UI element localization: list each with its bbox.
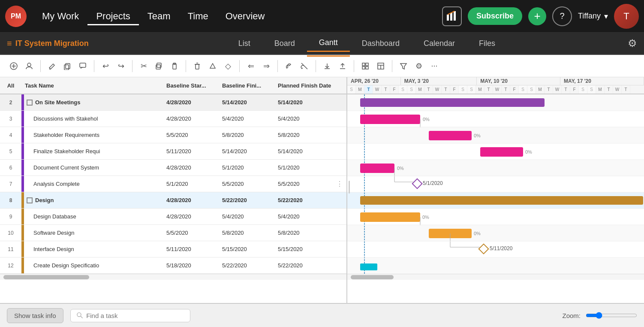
nav-projects[interactable]: Projects <box>87 7 138 25</box>
gantt-month-may3: MAY, 3 '20 <box>401 77 477 85</box>
table-row[interactable]: 8 Design 4/28/2020 5/22/2020 5/22/2020 <box>0 192 346 209</box>
gantt-settings-button[interactable]: ⚙ <box>412 59 426 73</box>
col-header-task[interactable]: Task Name <box>21 82 166 89</box>
svg-rect-47 <box>480 147 523 157</box>
project-name: IT System Migration <box>15 39 89 48</box>
table-row[interactable]: 5 Finalize Stakeholder Requi 5/11/2020 5… <box>0 143 346 160</box>
add-task-button[interactable] <box>7 59 21 73</box>
indent-left-button[interactable]: ⇐ <box>244 59 258 73</box>
svg-rect-55 <box>360 196 643 205</box>
app-logo[interactable]: PM <box>5 6 27 27</box>
subscribe-button[interactable]: Subscribe <box>468 7 522 25</box>
table-header: All Task Name Baseline Star... Baseline … <box>0 77 346 94</box>
svg-line-77 <box>81 316 83 318</box>
table-scroll-thumb[interactable] <box>3 275 89 279</box>
table-row[interactable]: 3 Discussions with Stakehol 4/28/2020 5/… <box>0 111 346 127</box>
delete-button[interactable] <box>190 59 204 73</box>
nav-links: My Work Projects Team Time Overview <box>33 7 442 25</box>
diamond-button[interactable]: ◇ <box>221 59 235 73</box>
table-row[interactable]: 10 Software Design 5/5/2020 5/8/2020 5/8… <box>0 225 346 241</box>
gantt-day: T <box>502 85 510 94</box>
add-person-button[interactable] <box>22 59 36 73</box>
table-button[interactable] <box>374 59 388 73</box>
gantt-header: APR, 26 '20 MAY, 3 '20 MAY, 10 '20 MAY, … <box>347 77 644 94</box>
svg-rect-49 <box>360 164 394 173</box>
top-nav: PM My Work Projects Team Time Overview S… <box>0 0 644 33</box>
svg-text:0%: 0% <box>422 215 429 220</box>
gantt-scrollbar[interactable] <box>347 274 644 280</box>
gantt-day: T <box>485 85 493 94</box>
indent-right-button[interactable]: ⇒ <box>259 59 273 73</box>
redo-button[interactable]: ↪ <box>114 59 128 73</box>
svg-text:5/11/2020: 5/11/2020 <box>490 245 513 251</box>
gantt-months: APR, 26 '20 MAY, 3 '20 MAY, 10 '20 MAY, … <box>347 77 644 85</box>
fill-button[interactable] <box>206 59 220 73</box>
help-button[interactable]: ? <box>552 6 572 26</box>
grid-button[interactable] <box>358 59 372 73</box>
duplicate-button[interactable] <box>152 59 166 73</box>
gantt-month-apr26: APR, 26 '20 <box>347 77 401 85</box>
nav-overview[interactable]: Overview <box>217 7 274 25</box>
table-row[interactable]: 2 On Site Meetings 4/28/2020 5/14/2020 5… <box>0 94 346 111</box>
svg-text:0%: 0% <box>397 166 404 171</box>
show-task-info-button[interactable]: Show task info <box>7 308 63 323</box>
table-row[interactable]: 7 Analysis Complete 5/1/2020 5/5/2020 5/… <box>0 176 346 192</box>
cut-button[interactable]: ✂ <box>137 59 150 73</box>
col-header-all[interactable]: All <box>0 82 21 89</box>
table-row[interactable]: 4 Stakeholder Requirements 5/5/2020 5/8/… <box>0 127 346 143</box>
paste-button[interactable] <box>168 59 181 73</box>
tab-dashboard[interactable]: Dashboard <box>350 36 412 51</box>
find-task-input[interactable] <box>86 312 184 319</box>
link-button[interactable] <box>282 59 296 73</box>
user-menu[interactable]: Tiffany ▾ <box>578 12 608 21</box>
settings-icon[interactable]: ⚙ <box>628 37 637 49</box>
tab-board[interactable]: Board <box>262 36 307 51</box>
nav-team[interactable]: Team <box>139 7 179 25</box>
analytics-icon[interactable] <box>442 6 462 26</box>
main-content: All Task Name Baseline Star... Baseline … <box>0 77 644 303</box>
zoom-slider[interactable] <box>586 312 637 319</box>
svg-rect-45 <box>429 131 472 140</box>
table-row[interactable]: 12 Create Design Specificatio 5/18/2020 … <box>0 257 346 274</box>
gantt-day: F <box>450 85 459 94</box>
nav-my-work[interactable]: My Work <box>33 7 87 25</box>
project-menu[interactable]: ≡ IT System Migration <box>7 39 89 48</box>
more-button[interactable]: ··· <box>427 59 441 73</box>
table-scrollbar[interactable] <box>0 274 346 280</box>
upload-button[interactable] <box>336 59 349 73</box>
svg-point-6 <box>27 63 31 67</box>
hamburger-icon[interactable]: ≡ <box>7 39 12 48</box>
edit-button[interactable] <box>45 59 59 73</box>
svg-rect-0 <box>447 15 449 21</box>
tab-calendar[interactable]: Calendar <box>412 36 467 51</box>
col-header-planned[interactable]: Planned Finish Date <box>278 82 346 89</box>
gantt-day: F <box>390 85 399 94</box>
nav-time[interactable]: Time <box>179 7 217 25</box>
gantt-scroll-thumb[interactable] <box>351 275 394 279</box>
svg-rect-1 <box>450 13 452 21</box>
avatar[interactable]: T <box>614 4 639 29</box>
svg-rect-65 <box>360 263 377 270</box>
undo-button[interactable]: ↩ <box>99 59 112 73</box>
svg-rect-10 <box>80 63 86 67</box>
gantt-day: S <box>527 85 536 94</box>
tab-gantt[interactable]: Gantt <box>307 35 350 52</box>
tab-list[interactable]: List <box>226 36 262 51</box>
comment-button[interactable] <box>76 59 90 73</box>
tab-files[interactable]: Files <box>467 36 507 51</box>
copy-button[interactable] <box>60 59 74 73</box>
download-button[interactable] <box>320 59 334 73</box>
table-row[interactable]: 6 Document Current System 4/28/2020 5/1/… <box>0 160 346 176</box>
resize-handle[interactable] <box>347 94 351 280</box>
add-button[interactable]: + <box>528 7 546 25</box>
col-header-base-fin[interactable]: Baseline Fini... <box>222 82 278 89</box>
unlink-button[interactable] <box>298 59 311 73</box>
filter-button[interactable] <box>397 59 410 73</box>
table-row[interactable]: 9 Design Database 4/28/2020 5/4/2020 5/4… <box>0 209 346 225</box>
gantt-body: 0% 0% 0% 0% 5/1/2020 <box>347 94 644 280</box>
gantt-day: W <box>433 85 442 94</box>
col-header-base-start[interactable]: Baseline Star... <box>166 82 222 89</box>
row-context-menu[interactable]: ⋮ <box>336 180 345 188</box>
table-row[interactable]: 11 Interface Design 5/11/2020 5/15/2020 … <box>0 241 346 257</box>
svg-text:0%: 0% <box>474 231 481 236</box>
